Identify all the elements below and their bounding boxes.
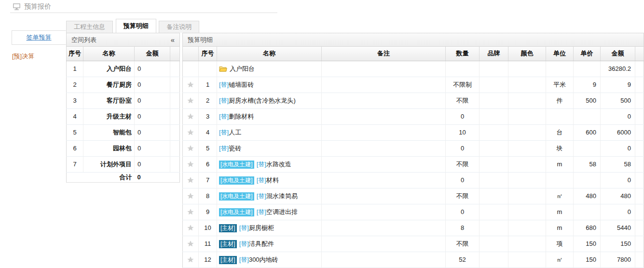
sign-budget-link[interactable]: 签单预算 <box>27 34 52 41</box>
detail-row-unit: 块 <box>546 140 574 156</box>
favorite-star-icon[interactable]: ★ <box>183 156 199 172</box>
detail-row[interactable]: ★7[水电及土建][替]材料00 <box>183 172 644 188</box>
detail-row-brand <box>480 252 508 268</box>
group-row[interactable]: 入户阳台36280.2 <box>183 61 644 77</box>
replace-tag: [替] <box>219 129 229 136</box>
budget-detail-table: 序号 名称 备注 数量 品牌 颜色 单位 单价 金额 入户阳台36280.2★1… <box>182 47 644 268</box>
favorite-star-icon[interactable]: ★ <box>183 124 199 140</box>
space-row[interactable]: 2餐厅厨房0 <box>67 77 180 93</box>
detail-col-color: 颜色 <box>508 47 546 61</box>
detail-row-amount: 58 <box>601 156 635 172</box>
space-list-title: 空间列表 <box>71 33 96 46</box>
detail-row-price <box>574 172 601 188</box>
space-row-name: 入户阳台 <box>83 61 135 77</box>
detail-col-amount: 金额 <box>601 47 635 61</box>
sidebar-item-sign-budget[interactable]: 签单预算 <box>12 30 66 45</box>
detail-row[interactable]: ★4[替]人工10台6006000 <box>183 124 644 140</box>
detail-row-price <box>574 204 601 220</box>
detail-row[interactable]: ★6[水电及土建][替]水路改造不限m5858 <box>183 156 644 172</box>
tab-remarks[interactable]: 备注说明 <box>159 21 199 33</box>
settlement-link[interactable]: [预]决算 <box>12 53 34 60</box>
space-row-name: 升级主材 <box>83 108 135 124</box>
detail-row-price: 600 <box>574 124 601 140</box>
replace-tag: [替] <box>239 240 249 247</box>
favorite-star-icon[interactable]: ★ <box>183 236 199 252</box>
space-row[interactable]: 4升级主材0 <box>67 108 180 124</box>
detail-row-filler <box>635 220 644 236</box>
detail-row[interactable]: ★10[主材][替]厨房橱柜8m6805440 <box>183 220 644 236</box>
detail-row-brand <box>480 236 508 252</box>
detail-row-color <box>508 220 546 236</box>
detail-row[interactable]: ★9[水电及土建][替]空调进出排0m0 <box>183 204 644 220</box>
replace-tag: [替] <box>257 176 266 184</box>
detail-row-name: [水电及土建][替]空调进出排 <box>217 204 322 220</box>
favorite-star-icon[interactable]: ★ <box>183 172 199 188</box>
detail-row-note <box>322 236 446 252</box>
detail-header-row: 序号 名称 备注 数量 品牌 颜色 单位 单价 金额 <box>183 47 644 61</box>
space-row-amount: 0 <box>135 140 170 156</box>
space-row-no: 4 <box>67 108 83 124</box>
detail-row-amount: 480 <box>601 188 635 204</box>
favorite-star-icon[interactable]: ★ <box>183 108 199 124</box>
collapse-icon[interactable]: « <box>171 36 175 43</box>
detail-row-brand <box>480 172 508 188</box>
space-row-filler <box>170 124 180 140</box>
detail-row-qty: 不限 <box>446 188 480 204</box>
favorite-star-icon[interactable]: ★ <box>183 77 199 93</box>
detail-row-unit: m <box>546 156 574 172</box>
detail-row[interactable]: ★1[替]铺墙面砖不限制平米99 <box>183 77 644 93</box>
space-row[interactable]: 5智能包0 <box>67 124 180 140</box>
space-row-no: 1 <box>67 61 83 77</box>
detail-row-unit: 台 <box>546 124 574 140</box>
detail-row-qty: 不限 <box>446 93 480 108</box>
detail-row[interactable]: ★12[主材][替]300内地砖52㎡1507800 <box>183 252 644 268</box>
detail-row-name: [水电及土建][替]材料 <box>217 172 322 188</box>
detail-row-brand <box>480 204 508 220</box>
space-row[interactable]: 1入户阳台0 <box>67 61 180 77</box>
detail-row-no: 2 <box>199 93 217 108</box>
favorite-star-icon[interactable]: ★ <box>183 252 199 268</box>
detail-row-amount: 0 <box>601 204 635 220</box>
detail-row[interactable]: ★5[替]瓷砖0块0 <box>183 140 644 156</box>
favorite-star-icon[interactable]: ★ <box>183 140 199 156</box>
detail-row-color <box>508 140 546 156</box>
favorite-star-icon[interactable]: ★ <box>183 220 199 236</box>
detail-row-unit <box>546 172 574 188</box>
detail-col-unit: 单位 <box>546 47 574 61</box>
category-badge: [主材] <box>219 240 237 248</box>
detail-row-unit: m <box>546 220 574 236</box>
detail-row-note <box>322 220 446 236</box>
detail-row-color <box>508 188 546 204</box>
favorite-star-icon[interactable]: ★ <box>183 188 199 204</box>
detail-row-no: 7 <box>199 172 217 188</box>
space-row[interactable]: 3客厅卧室0 <box>67 93 180 108</box>
tab-budget-detail[interactable]: 预算明细 <box>116 19 156 33</box>
favorite-star-icon[interactable]: ★ <box>183 204 199 220</box>
detail-row[interactable]: ★2[替]厨房水槽(含冷热水龙头)不限件500500 <box>183 93 644 108</box>
main-region: 工程主信息 预算明细 备注说明 空间列表 « 序号 名称 金额 <box>66 19 644 268</box>
space-row[interactable]: 7计划外项目0 <box>67 156 180 172</box>
favorite-star-icon[interactable]: ★ <box>183 93 199 108</box>
detail-row-price: 150 <box>574 236 601 252</box>
detail-row-no: 5 <box>199 140 217 156</box>
detail-row[interactable]: ★3[替]删除材料00 <box>183 108 644 124</box>
detail-row-no: 12 <box>199 252 217 268</box>
space-row[interactable]: 6园林包0 <box>67 140 180 156</box>
detail-row[interactable]: ★11[主材][替]洁具配件不限项150150 <box>183 236 644 252</box>
detail-col-star <box>183 47 199 61</box>
detail-row-amount: 500 <box>601 93 635 108</box>
detail-row-unit: 件 <box>546 93 574 108</box>
detail-row-qty: 0 <box>446 172 480 188</box>
detail-row[interactable]: ★8[水电及土建][替]混水漆简易不限㎡480480 <box>183 188 644 204</box>
detail-row-no: 6 <box>199 156 217 172</box>
detail-row-note <box>322 140 446 156</box>
detail-row-color <box>508 77 546 93</box>
space-row-name: 客厅卧室 <box>83 93 135 108</box>
tab-project-info[interactable]: 工程主信息 <box>66 21 113 33</box>
detail-row-filler <box>635 156 644 172</box>
space-row-no: 3 <box>67 93 83 108</box>
detail-row-qty: 不限制 <box>446 77 480 93</box>
sidebar-item-settlement[interactable]: [预]决算 <box>12 52 66 61</box>
detail-row-unit: ㎡ <box>546 188 574 204</box>
detail-row-filler <box>635 140 644 156</box>
